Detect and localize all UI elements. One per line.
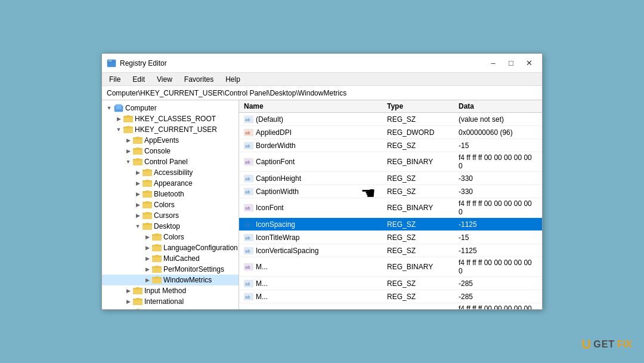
- folder-icon-windowmetrics: [152, 276, 162, 284]
- watermark: U GET FIX: [581, 337, 632, 352]
- row-data: -1125: [459, 220, 537, 229]
- tree-cursors[interactable]: ▶ Cursors: [102, 210, 239, 221]
- svg-text:ab: ab: [245, 160, 250, 165]
- row-name: Me...: [256, 309, 272, 309]
- tree-permonitorsettings[interactable]: ▶ PerMonitorSettings: [102, 264, 239, 275]
- close-button[interactable]: ✕: [521, 57, 537, 70]
- minimize-button[interactable]: –: [485, 57, 501, 70]
- row-data: -285: [459, 279, 537, 288]
- watermark-get: GET: [593, 339, 615, 350]
- table-row[interactable]: ab AppliedDPI REG_DWORD 0x00000060 (96): [239, 126, 542, 139]
- tree-label-appearance: Appearance: [154, 179, 193, 187]
- table-body: ab (Default) REG_SZ (value not set) ab A…: [239, 113, 542, 309]
- tree-label-muicached: MuiCached: [163, 254, 200, 263]
- row-type: REG_BINARY: [387, 158, 459, 166]
- svg-text:ab: ab: [245, 249, 250, 254]
- menu-bar: File Edit View Favorites Help: [102, 73, 542, 86]
- row-name-cell: ab AppliedDPI: [244, 128, 387, 137]
- maximize-button[interactable]: □: [503, 57, 519, 70]
- table-row[interactable]: ab (Default) REG_SZ (value not set): [239, 113, 542, 126]
- tree-desktop[interactable]: ▼ Desktop: [102, 221, 239, 232]
- tree-label-controlpanel: Control Panel: [144, 158, 188, 166]
- tree-computer[interactable]: ▼ Computer: [102, 103, 239, 113]
- tree-windowmetrics[interactable]: ▶ WindowMetrics: [102, 275, 239, 285]
- row-name: IconTitleWrap: [256, 233, 299, 242]
- row-type: REG_SZ: [387, 220, 459, 229]
- table-row[interactable]: ab CaptionHeight REG_SZ -330: [239, 172, 542, 185]
- table-row[interactable]: ab CaptionFont REG_BINARY f4 ff ff ff 00…: [239, 152, 542, 172]
- table-row[interactable]: ab M... REG_SZ -285: [239, 290, 542, 303]
- tree-keyboard[interactable]: ▶ Keyboard: [102, 307, 239, 309]
- row-data: -15: [459, 233, 537, 242]
- table-row[interactable]: ab M... REG_BINARY f4 ff ff ff 00 00 00 …: [239, 257, 542, 277]
- tree-international[interactable]: ▶ International: [102, 296, 239, 307]
- row-type: REG_DWORD: [387, 128, 459, 137]
- row-name-cell: ab IconSpacing: [244, 220, 387, 229]
- menu-help[interactable]: Help: [221, 74, 245, 85]
- row-name-cell: ab CaptionWidth: [244, 187, 387, 196]
- tree-label-windowmetrics: WindowMetrics: [163, 276, 212, 284]
- computer-icon: [114, 104, 123, 112]
- table-header: Name Type Data: [239, 100, 542, 113]
- table-row[interactable]: ab IconTitleWrap REG_SZ -15: [239, 231, 542, 244]
- row-data: -285: [459, 293, 537, 301]
- menu-file[interactable]: File: [104, 74, 125, 85]
- folder-icon-desktop: [143, 222, 152, 230]
- tree-label-permonitorsettings: PerMonitorSettings: [163, 265, 224, 273]
- table-row[interactable]: ab Me... REG_BINARY f4 ff ff ff 00 00 00…: [239, 303, 542, 309]
- table-row[interactable]: ab BorderWidth REG_SZ -15: [239, 139, 542, 152]
- row-name-cell: ab (Default): [244, 115, 387, 124]
- row-name-cell: ab IconTitleWrap: [244, 233, 387, 242]
- svg-text:ab: ab: [245, 190, 250, 195]
- tree-desktop-colors[interactable]: ▶ Colors: [102, 232, 239, 242]
- registry-values-panel: Name Type Data ab (Default) REG_SZ (valu…: [239, 100, 542, 309]
- folder-icon-international: [133, 297, 143, 306]
- table-row[interactable]: ab M... REG_SZ -285: [239, 277, 542, 290]
- tree-bluetooth[interactable]: ▶ Bluetooth: [102, 189, 239, 199]
- row-type: REG_SZ: [387, 247, 459, 255]
- tree-colors[interactable]: ▶ Colors: [102, 199, 239, 210]
- tree-label-colors: Colors: [154, 201, 175, 209]
- tree-muicached[interactable]: ▶ MuiCached: [102, 253, 239, 264]
- tree-langconfig[interactable]: ▶ LanguageConfiguration: [102, 242, 239, 253]
- tree-appearance[interactable]: ▶ Appearance: [102, 178, 239, 189]
- tree-accessibility[interactable]: ▶ Accessibility: [102, 167, 239, 178]
- col-type: Type: [387, 102, 459, 110]
- row-data: f4 ff ff ff 00 00 00 00 00 0: [459, 304, 537, 309]
- menu-view[interactable]: View: [152, 74, 177, 85]
- table-row[interactable]: ab CaptionWidth REG_SZ -330: [239, 185, 542, 198]
- table-row[interactable]: ab IconSpacing REG_SZ -1125: [239, 218, 542, 231]
- table-row[interactable]: ab IconVerticalSpacing REG_SZ -1125: [239, 244, 542, 257]
- row-data: -330: [459, 187, 537, 196]
- svg-text:ab: ab: [245, 295, 250, 300]
- tree-toggle-hkcu: ▼: [114, 125, 123, 134]
- folder-icon-controlpanel: [133, 158, 143, 166]
- tree-inputmethod[interactable]: ▶ Input Method: [102, 285, 239, 296]
- table-row[interactable]: ab IconFont REG_BINARY f4 ff ff ff 00 00…: [239, 198, 542, 218]
- svg-text:ab: ab: [245, 236, 250, 241]
- reg-value-icon: ab: [244, 247, 253, 255]
- tree-hkcr[interactable]: ▶ HKEY_CLASSES_ROOT: [102, 113, 239, 124]
- row-name: IconSpacing: [256, 220, 295, 229]
- menu-favorites[interactable]: Favorites: [179, 74, 218, 85]
- row-type: REG_SZ: [387, 279, 459, 288]
- row-data: (value not set): [459, 115, 537, 124]
- tree-toggle-inputmethod: ▶: [123, 286, 133, 296]
- tree-hkcu[interactable]: ▼ HKEY_CURRENT_USER: [102, 124, 239, 135]
- folder-icon-appearance: [143, 179, 152, 187]
- title-bar: Registry Editor – □ ✕: [102, 54, 542, 73]
- tree-toggle-desktop: ▼: [133, 222, 143, 231]
- folder-icon-desktop-colors: [152, 233, 162, 241]
- tree-controlpanel[interactable]: ▼ Control Panel: [102, 156, 239, 167]
- tree-console[interactable]: ▶ Console: [102, 146, 239, 156]
- tree-appevents[interactable]: ▶ AppEvents: [102, 135, 239, 146]
- reg-value-icon: ab: [244, 309, 253, 309]
- menu-edit[interactable]: Edit: [128, 74, 150, 85]
- row-type: REG_SZ: [387, 293, 459, 301]
- tree-toggle-permonitorsettings: ▶: [143, 264, 152, 274]
- window-title: Registry Editor: [120, 59, 167, 67]
- tree-toggle-console: ▶: [123, 146, 133, 156]
- folder-icon-bluetooth: [143, 190, 152, 198]
- folder-icon-accessibility: [143, 168, 152, 177]
- watermark-u: U: [581, 337, 591, 352]
